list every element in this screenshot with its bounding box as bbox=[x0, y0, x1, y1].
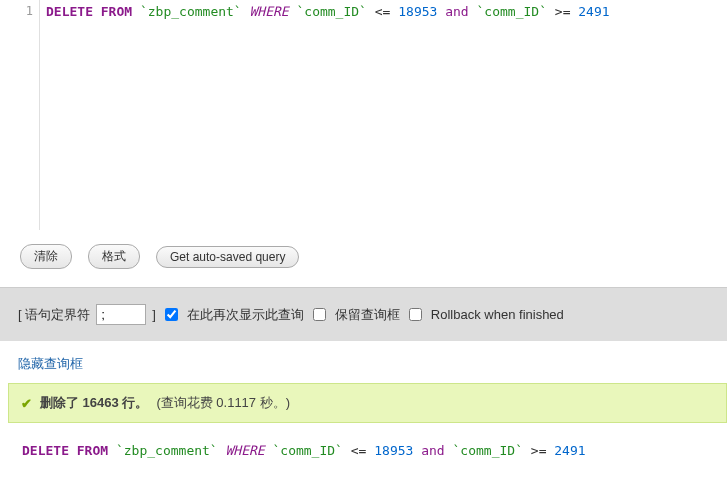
sql-col-2: `comm_ID` bbox=[477, 4, 547, 19]
delimiter-label-open: [ 语句定界符 bbox=[18, 306, 90, 324]
eq-delete: DELETE bbox=[22, 443, 69, 458]
eq-from: FROM bbox=[77, 443, 108, 458]
line-gutter: 1 bbox=[0, 0, 40, 230]
redisplay-checkbox[interactable] bbox=[165, 308, 178, 321]
hide-query-link[interactable]: 隐藏查询框 bbox=[18, 356, 83, 371]
code-area[interactable]: DELETE FROM `zbp_comment` WHERE `comm_ID… bbox=[40, 0, 727, 230]
eq-table: `zbp_comment` bbox=[116, 443, 218, 458]
check-icon: ✔ bbox=[21, 396, 32, 411]
autosaved-button[interactable]: Get auto-saved query bbox=[156, 246, 299, 268]
eq-v1: 18953 bbox=[374, 443, 413, 458]
timing-text: (查询花费 0.1117 秒。) bbox=[156, 394, 290, 412]
result-success: ✔ 删除了 16463 行。 (查询花费 0.1117 秒。) bbox=[8, 383, 727, 423]
line-number: 1 bbox=[26, 4, 33, 18]
echoed-query: DELETE FROM `zbp_comment` WHERE `comm_ID… bbox=[0, 437, 727, 464]
delimiter-label-close: ] bbox=[152, 307, 156, 322]
sql-op-gte: >= bbox=[555, 4, 571, 19]
sql-table: `zbp_comment` bbox=[140, 4, 242, 19]
retain-label: 保留查询框 bbox=[335, 306, 400, 324]
eq-col1: `comm_ID` bbox=[272, 443, 342, 458]
options-bar: [ 语句定界符 ] 在此再次显示此查询 保留查询框 Rollback when … bbox=[0, 288, 727, 341]
format-button[interactable]: 格式 bbox=[88, 244, 140, 269]
sql-op-lte: <= bbox=[375, 4, 391, 19]
sql-val1: 18953 bbox=[398, 4, 437, 19]
sql-col-1: `comm_ID` bbox=[296, 4, 366, 19]
clear-button[interactable]: 清除 bbox=[20, 244, 72, 269]
sql-keyword-from: FROM bbox=[101, 4, 132, 19]
eq-and: and bbox=[421, 443, 444, 458]
link-row: 隐藏查询框 bbox=[0, 341, 727, 383]
sql-val2: 2491 bbox=[578, 4, 609, 19]
retain-checkbox[interactable] bbox=[313, 308, 326, 321]
rollback-label: Rollback when finished bbox=[431, 307, 564, 322]
eq-lte: <= bbox=[351, 443, 367, 458]
eq-col2: `comm_ID` bbox=[453, 443, 523, 458]
sql-keyword-where: WHERE bbox=[250, 4, 289, 19]
delimiter-input[interactable] bbox=[96, 304, 146, 325]
eq-where: WHERE bbox=[226, 443, 265, 458]
rollback-checkbox[interactable] bbox=[409, 308, 422, 321]
deleted-rows-text: 删除了 16463 行。 bbox=[40, 394, 148, 412]
sql-keyword-and: and bbox=[445, 4, 468, 19]
sql-keyword-delete: DELETE bbox=[46, 4, 93, 19]
sql-editor[interactable]: 1 DELETE FROM `zbp_comment` WHERE `comm_… bbox=[0, 0, 727, 230]
redisplay-label: 在此再次显示此查询 bbox=[187, 306, 304, 324]
eq-v2: 2491 bbox=[554, 443, 585, 458]
toolbar: 清除 格式 Get auto-saved query bbox=[0, 230, 727, 283]
eq-gte: >= bbox=[531, 443, 547, 458]
